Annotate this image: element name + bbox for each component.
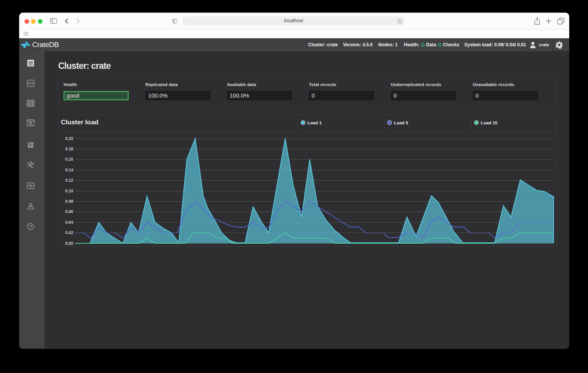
svg-text:0.16: 0.16 bbox=[65, 157, 74, 161]
svg-text:0.10: 0.10 bbox=[65, 189, 74, 193]
svg-text:?: ? bbox=[29, 224, 32, 229]
svg-text:0.02: 0.02 bbox=[65, 230, 74, 235]
svg-text:0.04: 0.04 bbox=[65, 220, 74, 225]
svg-text:0.20: 0.20 bbox=[65, 136, 74, 141]
svg-text:0.12: 0.12 bbox=[65, 178, 74, 182]
svg-text:0.06: 0.06 bbox=[65, 209, 74, 214]
svg-text:0.00: 0.00 bbox=[65, 241, 74, 246]
svg-text:0.08: 0.08 bbox=[65, 199, 74, 204]
svg-text:0.14: 0.14 bbox=[65, 168, 74, 172]
svg-text:0.18: 0.18 bbox=[65, 147, 74, 151]
